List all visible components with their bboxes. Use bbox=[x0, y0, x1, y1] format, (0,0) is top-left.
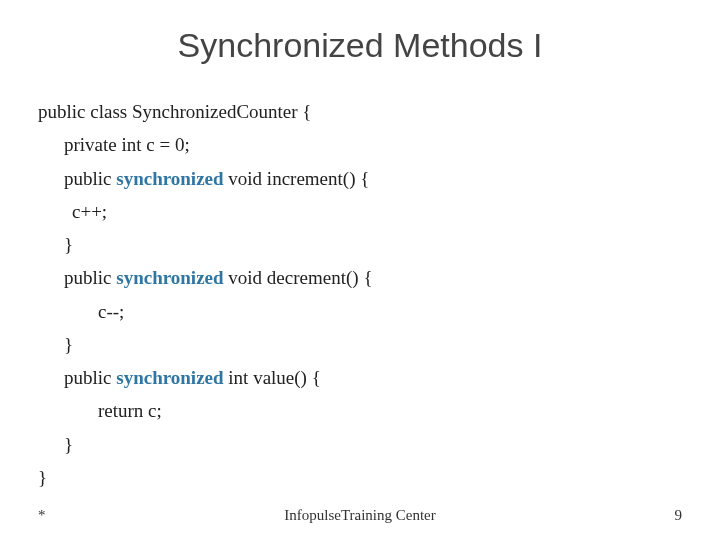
footer-center: InfopulseTraining Center bbox=[0, 507, 720, 524]
code-text: public bbox=[64, 267, 116, 288]
code-line: c--; bbox=[38, 295, 720, 328]
code-line: } bbox=[38, 461, 720, 494]
code-line: public synchronized int value() { bbox=[38, 361, 720, 394]
keyword-synchronized: synchronized bbox=[116, 168, 223, 189]
code-line: private int c = 0; bbox=[38, 128, 720, 161]
code-line: return c; bbox=[38, 394, 720, 427]
code-line: public synchronized void decrement() { bbox=[38, 261, 720, 294]
code-text: int value() { bbox=[224, 367, 321, 388]
code-line: } bbox=[38, 428, 720, 461]
code-line: public synchronized void increment() { bbox=[38, 162, 720, 195]
code-text: void increment() { bbox=[224, 168, 370, 189]
keyword-synchronized: synchronized bbox=[116, 267, 223, 288]
code-line: public class SynchronizedCounter { bbox=[38, 95, 720, 128]
slide: Synchronized Methods I public class Sync… bbox=[0, 0, 720, 540]
code-text: void decrement() { bbox=[224, 267, 373, 288]
code-text: public bbox=[64, 168, 116, 189]
slide-title: Synchronized Methods I bbox=[0, 0, 720, 95]
code-line: } bbox=[38, 328, 720, 361]
code-block: public class SynchronizedCounter { priva… bbox=[0, 95, 720, 494]
keyword-synchronized: synchronized bbox=[116, 367, 223, 388]
page-number: 9 bbox=[675, 507, 683, 524]
code-line: } bbox=[38, 228, 720, 261]
code-text: public bbox=[64, 367, 116, 388]
code-line: c++; bbox=[38, 195, 720, 228]
